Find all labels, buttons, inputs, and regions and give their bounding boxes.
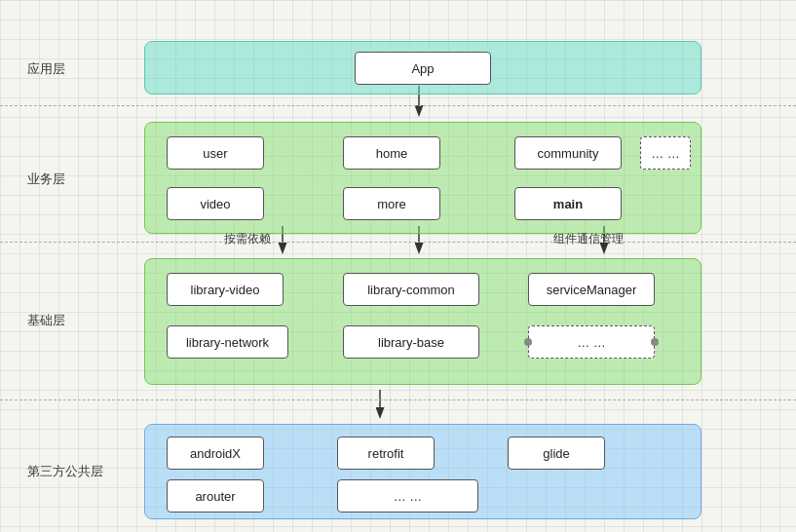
module-androidx: androidX xyxy=(167,437,264,470)
circle-right xyxy=(651,338,659,346)
module-more: more xyxy=(343,187,440,220)
annotation-service: 组件通信管理 xyxy=(553,231,624,247)
module-dots-base: … … xyxy=(528,325,655,359)
module-dots-third: … … xyxy=(337,479,478,513)
label-app: 应用层 xyxy=(27,60,65,78)
divider-3 xyxy=(0,399,796,400)
third-layer-box: androidX retrofit glide arouter … … xyxy=(144,424,701,519)
module-user: user xyxy=(167,136,264,170)
label-third: 第三方公共层 xyxy=(27,463,103,480)
module-community: community xyxy=(514,136,622,170)
module-library-base: library-base xyxy=(343,325,479,359)
module-library-network: library-network xyxy=(167,325,288,359)
app-layer-box: App xyxy=(144,41,701,95)
divider-2 xyxy=(0,242,796,243)
module-video: video xyxy=(167,187,264,220)
label-business: 业务层 xyxy=(27,171,65,188)
circle-left xyxy=(524,338,532,346)
module-library-common: library-common xyxy=(343,273,479,306)
base-layer-box: library-video library-common serviceMana… xyxy=(144,258,701,385)
module-arouter: arouter xyxy=(167,479,264,513)
module-home: home xyxy=(343,136,440,170)
module-service-manager: serviceManager xyxy=(528,273,655,306)
module-main: main xyxy=(514,187,622,220)
module-retrofit: retrofit xyxy=(337,437,435,470)
module-library-video: library-video xyxy=(167,273,284,306)
annotation-dependency: 按需依赖 xyxy=(224,231,271,247)
label-base: 基础层 xyxy=(27,312,65,329)
business-layer-box: user home community … … video more main xyxy=(144,122,701,234)
module-glide: glide xyxy=(508,437,605,470)
module-app: App xyxy=(355,52,491,85)
architecture-diagram: 应用层 业务层 基础层 第三方公共层 App user home communi… xyxy=(0,0,796,532)
module-more-dots-1: … … xyxy=(640,136,691,170)
divider-1 xyxy=(0,105,796,106)
